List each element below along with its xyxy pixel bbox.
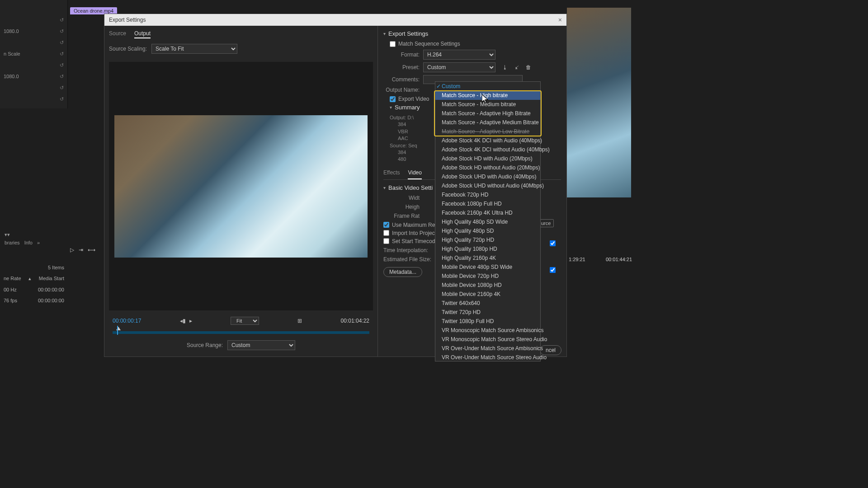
preset-option[interactable]: Adobe Stock UHD with Audio (40Mbps) — [435, 172, 540, 181]
panel-menu-icon[interactable]: » — [37, 240, 40, 245]
close-icon[interactable]: × — [558, 16, 562, 23]
format-select[interactable]: H.264 — [423, 50, 495, 60]
chevron-down-icon: ▾ — [390, 105, 392, 110]
preset-option[interactable]: Match Source - Adaptive High Bitrate — [435, 109, 540, 118]
rate-tool-icon[interactable]: ⟷ — [88, 247, 95, 253]
reset-icon[interactable]: ↺ — [60, 74, 64, 80]
preset-option[interactable]: Twitter 640x640 — [435, 299, 540, 308]
preset-option[interactable]: Mobile Device 2160p 4K — [435, 290, 540, 299]
value-height[interactable]: 1080.0 — [4, 28, 19, 34]
source-scaling-select[interactable]: Scale To Fit — [151, 44, 237, 54]
preset-option[interactable]: Custom — [435, 82, 540, 91]
panel-tab-info[interactable]: Info — [24, 240, 33, 245]
preset-option[interactable]: Facebook 2160p 4K Ultra HD — [435, 208, 540, 217]
time-scrubber[interactable] — [113, 328, 369, 336]
preset-option[interactable]: Twitter 1080p Full HD — [435, 317, 540, 326]
preset-option[interactable]: Adobe Stock HD without Audio (20Mbps) — [435, 163, 540, 172]
preview-pane: Source Output Source Scaling: Scale To F… — [104, 26, 378, 357]
preset-option[interactable]: Mobile Device 1080p HD — [435, 281, 540, 290]
cancel-button-partial[interactable]: ncel — [540, 345, 561, 355]
preset-option[interactable]: Match Source - Medium bitrate — [435, 100, 540, 109]
ripple-tool-icon[interactable]: ⇥ — [79, 247, 83, 253]
tab-source[interactable]: Source — [109, 30, 126, 38]
preset-option[interactable]: Match Source - Adaptive Low Bitrate — [435, 127, 540, 136]
source-range-label: Source Range: — [187, 342, 223, 348]
comments-label: Comments: — [383, 76, 420, 83]
preset-option[interactable]: VR Over-Under Match Source Ambisonics — [435, 344, 540, 353]
width-label: Widt — [383, 195, 420, 201]
preset-select[interactable]: Custom — [423, 62, 495, 72]
panel-tab-libraries[interactable]: braries — [5, 240, 20, 245]
cell-hz: 00 Hz — [4, 287, 17, 292]
zoom-fit-select[interactable]: Fit — [231, 317, 259, 325]
source-range-select[interactable]: Custom — [227, 340, 295, 350]
dialog-title-text: Export Settings — [109, 17, 146, 23]
preset-option[interactable]: Match Source - Adaptive Medium Bitrate — [435, 118, 540, 127]
preset-option[interactable]: VR Over-Under Match Source Stereo Audio — [435, 353, 540, 362]
duration-timecode: 00:01:04:22 — [341, 318, 369, 324]
tab-video[interactable]: Video — [408, 168, 421, 179]
save-preset-icon[interactable]: ⭳ — [501, 63, 509, 71]
value-height[interactable]: 1080.0 — [4, 74, 19, 80]
effect-controls-panel: ↺ 1080.0↺ ↺ n Scale↺ ↺ 1080.0↺ ↺ ↺ — [0, 0, 68, 108]
height-label: Heigh — [383, 204, 420, 210]
preset-option[interactable]: Adobe Stock HD with Audio (20Mbps) — [435, 154, 540, 163]
preset-dropdown-list[interactable]: CustomMatch Source - High bitrateMatch S… — [435, 81, 541, 361]
play-icon[interactable]: ▸ — [189, 318, 192, 324]
delete-preset-icon[interactable]: 🗑 — [524, 63, 533, 71]
preset-option[interactable]: High Quality 480p SD Wide — [435, 217, 540, 226]
reset-icon[interactable]: ↺ — [60, 40, 64, 46]
ruler-timecode: 00:01:44:21 — [606, 257, 632, 262]
preset-option[interactable]: Twitter 720p HD — [435, 308, 540, 317]
preset-option[interactable]: Mobile Device 480p SD Wide — [435, 263, 540, 272]
est-file-size-label: Estimated File Size: — [383, 256, 431, 263]
preset-option[interactable]: High Quality 720p HD — [435, 235, 540, 244]
chevron-down-icon: ▾ — [383, 185, 386, 190]
playhead[interactable] — [117, 326, 118, 335]
preset-option[interactable]: High Quality 480p SD — [435, 226, 540, 235]
cell-fps: 76 fps — [4, 298, 17, 303]
selection-tool-icon[interactable]: ▷ — [70, 247, 74, 253]
item-count: 5 Items — [0, 262, 68, 273]
current-timecode[interactable]: 00:00:00:17 — [113, 318, 141, 324]
reset-icon[interactable]: ↺ — [60, 96, 64, 102]
preset-option[interactable]: Facebook 1080p Full HD — [435, 199, 540, 208]
reset-icon[interactable]: ↺ — [60, 85, 64, 91]
preset-option[interactable]: Adobe Stock 4K DCI without Audio (40Mbps… — [435, 145, 540, 154]
column-rate: ne Rate — [4, 276, 21, 282]
column-media-start: Media Start — [39, 276, 64, 282]
reset-icon[interactable]: ↺ — [60, 62, 64, 68]
preset-option[interactable]: High Quality 1080p HD — [435, 244, 540, 253]
param-scale: n Scale — [4, 51, 20, 57]
import-preset-icon[interactable]: ⭹ — [513, 63, 521, 71]
reset-icon[interactable]: ↺ — [60, 28, 64, 34]
source-scaling-label: Source Scaling: — [109, 46, 147, 52]
step-back-icon[interactable]: ◂▮ — [180, 318, 186, 324]
chevron-down-icon: ▾ — [383, 31, 386, 36]
preset-option[interactable]: Facebook 720p HD — [435, 190, 540, 199]
reset-icon[interactable]: ↺ — [60, 17, 64, 23]
metadata-button[interactable]: Metadata... — [383, 267, 422, 277]
time-interpolation-label: Time Interpolation: — [383, 247, 428, 253]
preset-option[interactable]: Adobe Stock UHD without Audio (40Mbps) — [435, 181, 540, 190]
preset-option[interactable]: VR Monoscopic Match Source Ambisonics — [435, 326, 540, 335]
link-checkbox[interactable] — [550, 267, 556, 273]
preset-option[interactable]: Mobile Device 720p HD — [435, 272, 540, 281]
sort-up-icon[interactable]: ▴ — [28, 276, 31, 282]
dialog-titlebar: Export Settings × — [104, 14, 566, 26]
preset-option[interactable]: Match Source - High bitrate — [435, 91, 540, 100]
aspect-icon[interactable]: ⊞ — [297, 318, 302, 324]
format-label: Format: — [383, 52, 420, 58]
preset-option[interactable]: VR Monoscopic Match Source Stereo Audio — [435, 335, 540, 344]
match-sequence-checkbox[interactable]: Match Sequence Settings — [390, 41, 561, 47]
output-name-label: Output Name: — [383, 87, 420, 93]
tab-output[interactable]: Output — [134, 30, 151, 38]
preset-option[interactable]: High Quality 2160p 4K — [435, 253, 540, 263]
export-settings-section-header[interactable]: ▾ Export Settings — [383, 30, 561, 37]
reset-icon[interactable]: ↺ — [60, 51, 64, 57]
preview-video-frame — [109, 62, 373, 310]
tab-effects[interactable]: Effects — [383, 168, 400, 179]
preset-option[interactable]: Adobe Stock 4K DCI with Audio (40Mbps) — [435, 136, 540, 145]
program-monitor-frame — [567, 8, 631, 197]
link-checkbox[interactable] — [550, 240, 556, 246]
